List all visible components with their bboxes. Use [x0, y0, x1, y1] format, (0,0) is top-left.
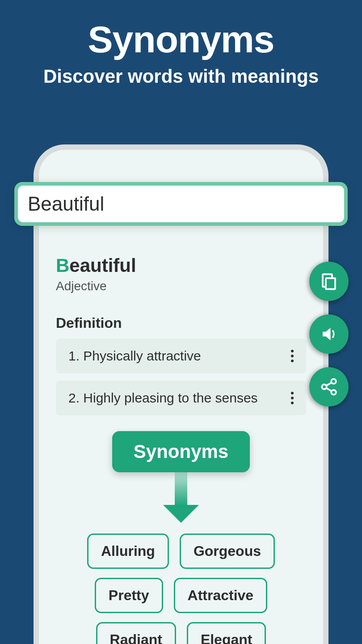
svg-line-5	[326, 388, 332, 391]
definition-text: 2. Highly pleasing to the senses	[68, 390, 258, 406]
word-first-letter: B	[56, 255, 69, 276]
more-icon[interactable]	[291, 392, 294, 404]
definition-item: 1. Physically attractive	[56, 339, 306, 373]
definition-label: Definition	[56, 315, 306, 331]
share-icon	[320, 377, 338, 396]
search-input[interactable]	[18, 186, 344, 222]
action-buttons	[309, 262, 349, 407]
speaker-icon	[320, 325, 338, 343]
page-title: Synonyms	[0, 18, 362, 61]
part-of-speech: Adjective	[56, 279, 306, 293]
content-area: Beautiful Adjective Definition 1. Physic…	[56, 255, 306, 644]
synonym-chips: Alluring Gorgeous Pretty Attractive Radi…	[56, 534, 306, 644]
definition-item: 2. Highly pleasing to the senses	[56, 381, 306, 415]
copy-button[interactable]	[309, 262, 349, 301]
synonyms-button-wrap: Synonyms	[56, 431, 306, 472]
share-button[interactable]	[309, 367, 349, 407]
synonym-chip[interactable]: Alluring	[87, 534, 169, 569]
svg-point-3	[331, 390, 336, 395]
synonym-chip[interactable]: Gorgeous	[180, 534, 275, 569]
search-bar	[14, 182, 348, 226]
synonym-chip[interactable]: Radiant	[96, 622, 176, 644]
word-rest: eautiful	[69, 255, 136, 276]
arrow-down-icon	[175, 470, 187, 506]
svg-rect-0	[326, 278, 335, 289]
page-subtitle: Discover words with meanings	[0, 66, 362, 87]
synonym-chip[interactable]: Pretty	[95, 578, 163, 613]
arrow-wrap	[56, 470, 306, 508]
synonym-chip[interactable]: Elegant	[187, 622, 266, 644]
word-title: Beautiful	[56, 255, 306, 276]
svg-line-4	[326, 382, 332, 386]
definition-text: 1. Physically attractive	[68, 348, 201, 364]
header: Synonyms Discover words with meanings	[0, 0, 362, 87]
copy-icon	[320, 272, 338, 291]
synonyms-button[interactable]: Synonyms	[112, 431, 250, 472]
synonym-chip[interactable]: Attractive	[174, 578, 268, 613]
svg-point-1	[331, 379, 336, 384]
svg-point-2	[322, 385, 327, 390]
more-icon[interactable]	[291, 350, 294, 362]
speak-button[interactable]	[309, 314, 349, 354]
